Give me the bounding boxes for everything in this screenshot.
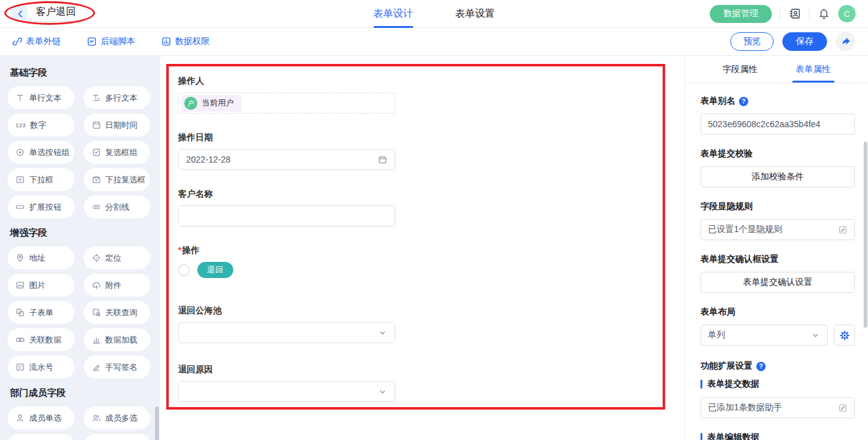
preview-button[interactable]: 预览	[730, 32, 774, 51]
share-arrow-icon	[841, 37, 851, 47]
field-pill-serial-number[interactable]: 流水号	[7, 356, 74, 379]
pill-label: 扩展按钮	[29, 202, 61, 213]
page-title[interactable]: 客户退回	[34, 6, 78, 22]
form-canvas[interactable]: 操作人 户 当前用户 操作日期 2022-12-28 客户名称	[160, 56, 684, 440]
pill-label: 分割线	[105, 202, 130, 213]
chip-label: 当前用户	[202, 97, 234, 109]
field-label-text: 操作	[182, 245, 199, 255]
field-pill-divider[interactable]: 分割线	[84, 195, 151, 218]
field-pill-address[interactable]: 地址	[7, 246, 74, 269]
submit-confirm-button[interactable]: 表单提交确认设置	[700, 272, 855, 293]
avatar[interactable]: C	[838, 5, 856, 22]
sidebar-scrollbar-thumb[interactable]	[155, 406, 159, 440]
visibility-rules-box[interactable]: 已设置1个显隐规则	[700, 219, 855, 240]
field-pill-subform[interactable]: 子表单	[7, 301, 74, 324]
data-load-icon	[92, 335, 101, 344]
address-icon	[16, 253, 25, 263]
field-pill-number[interactable]: 123数字	[7, 114, 74, 137]
field-pill-related-query[interactable]: 关联查询	[84, 301, 151, 324]
field-pill-radio-group[interactable]: 单选按钮组	[7, 141, 74, 164]
form-alias-value: 5023e69608c2c62aa35b4fe4	[708, 119, 820, 129]
bell-icon[interactable]	[818, 7, 830, 20]
data-permission-icon	[161, 37, 171, 47]
field-pill-member-multi[interactable]: 成员多选	[84, 406, 151, 429]
pill-label: 关联查询	[105, 307, 138, 318]
help-icon[interactable]: ?	[739, 97, 748, 106]
add-validation-button[interactable]: 添加校验条件	[700, 166, 855, 187]
field-pill-datetime[interactable]: 日期时间	[84, 114, 151, 137]
share-button[interactable]	[836, 32, 856, 52]
datetime-icon	[92, 120, 101, 130]
field-return-pool[interactable]: 退回公海池	[178, 305, 395, 343]
form-external-link[interactable]: 表单外链	[12, 36, 61, 47]
field-pill-single-line-text[interactable]: 单行文本	[7, 86, 74, 109]
field-pill-signature[interactable]: 手写签名	[84, 356, 151, 379]
field-pill-attachment[interactable]: 附件	[84, 274, 151, 297]
form-external-link-label: 表单外链	[26, 36, 61, 47]
help-icon[interactable]: ?	[756, 362, 766, 371]
field-operator[interactable]: 操作人 户 当前用户	[178, 76, 395, 114]
tab-form-design[interactable]: 表单设计	[374, 0, 413, 28]
pill-label: 数字	[30, 120, 47, 131]
field-return-reason[interactable]: 退回原因	[178, 364, 395, 402]
field-pill-partial[interactable]	[84, 434, 151, 440]
label-text: 功能扩展设置	[700, 361, 753, 372]
back-button[interactable]	[12, 6, 27, 21]
field-pill-multi-select[interactable]: 下拉复选框	[84, 168, 151, 191]
customer-name-input[interactable]	[178, 205, 395, 227]
layout-select[interactable]: 单列	[700, 325, 828, 346]
divider	[780, 9, 781, 19]
save-button[interactable]: 保存	[782, 32, 827, 51]
radio-button[interactable]	[178, 264, 190, 276]
field-pill-extend-button[interactable]: 扩展按钮	[7, 195, 74, 218]
edit-icon[interactable]	[838, 403, 848, 413]
form-alias-input[interactable]: 5023e69608c2c62aa35b4fe4	[700, 114, 855, 135]
contacts-icon[interactable]	[789, 7, 801, 20]
field-pill-related-data[interactable]: 关联数据	[7, 328, 74, 351]
attachment-icon	[92, 281, 101, 290]
number-icon: 123	[16, 122, 26, 128]
calendar-icon	[378, 155, 387, 164]
properties-panel: 字段属性 表单属性 表单别名 ? 5023e69608c2c62aa35b4fe…	[684, 56, 868, 440]
field-pill-checkbox-group[interactable]: 复选框组	[84, 141, 151, 164]
pill-label: 地址	[29, 253, 45, 264]
option-pill-return[interactable]: 退回	[197, 262, 233, 278]
properties-tabs: 字段属性 表单属性	[685, 56, 868, 83]
data-permission-link[interactable]: 数据权限	[161, 36, 210, 47]
edit-icon[interactable]	[838, 225, 848, 235]
field-pill-select[interactable]: 下拉框	[7, 168, 74, 191]
tab-field-properties[interactable]: 字段属性	[723, 56, 758, 83]
related-data-icon	[16, 335, 25, 344]
current-user-chip: 户 当前用户	[182, 95, 241, 112]
field-pill-data-load[interactable]: 数据加载	[84, 328, 151, 351]
field-pill-member-single[interactable]: 成员单选	[7, 406, 74, 429]
field-pill-location[interactable]: 定位	[84, 246, 151, 269]
pill-label: 数据加载	[105, 334, 138, 346]
field-library-sidebar: 基础字段 单行文本 多行文本 123数字 日期时间 单选按钮组 复选框组 下拉框…	[0, 56, 160, 440]
backend-script-link[interactable]: 后端脚本	[87, 36, 135, 47]
return-reason-select[interactable]	[178, 381, 395, 402]
field-pill-multi-line-text[interactable]: 多行文本	[84, 86, 151, 109]
operator-user-box[interactable]: 户 当前用户	[178, 92, 395, 114]
main-area: 基础字段 单行文本 多行文本 123数字 日期时间 单选按钮组 复选框组 下拉框…	[0, 56, 868, 440]
date-input[interactable]: 2022-12-28	[178, 149, 395, 170]
properties-scrollbar-thumb[interactable]	[864, 141, 867, 328]
tab-form-properties[interactable]: 表单属性	[796, 56, 831, 83]
app-header: 客户退回 表单设计 表单设置 数据管理 C	[0, 0, 868, 28]
field-pill-image[interactable]: 图片	[7, 274, 74, 297]
field-operation[interactable]: *操作 退回	[178, 245, 395, 278]
field-customer-name[interactable]: 客户名称	[178, 189, 395, 227]
field-pill-partial[interactable]	[7, 434, 74, 440]
field-operation-date[interactable]: 操作日期 2022-12-28	[178, 132, 395, 170]
tab-form-settings[interactable]: 表单设置	[455, 0, 495, 28]
select-icon	[16, 175, 25, 184]
field-label: *操作	[178, 245, 395, 256]
script-icon	[87, 37, 97, 47]
data-manage-button[interactable]: 数据管理	[710, 5, 772, 23]
pill-label: 复选框组	[105, 147, 138, 158]
divider-icon	[92, 202, 101, 212]
submit-data-box[interactable]: 已添加1条数据助手	[700, 397, 855, 418]
image-icon	[16, 281, 25, 290]
layout-settings-button[interactable]	[834, 325, 855, 346]
return-pool-select[interactable]	[178, 322, 395, 343]
